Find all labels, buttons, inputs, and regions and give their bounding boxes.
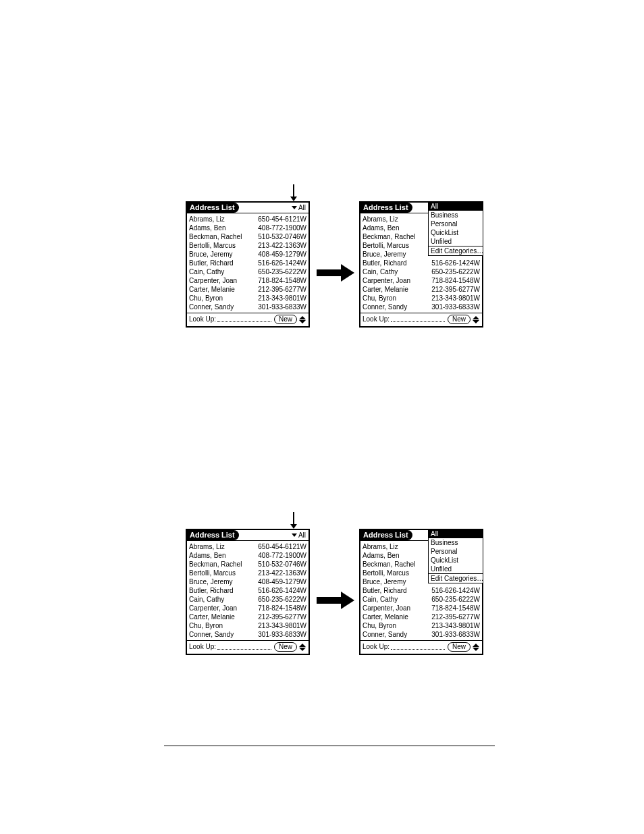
titlebar: Address List All [187, 530, 308, 541]
bottom-bar: Look Up: New [360, 640, 482, 654]
list-item[interactable]: Butler, Richard516-626-1424W [189, 586, 306, 595]
list-item[interactable]: Butler, Richard516-626-1424W [363, 259, 480, 267]
category-item-all[interactable]: All [429, 529, 483, 538]
contact-list: Abrams, Liz650-454-6121W Adams, Ben408-7… [187, 541, 308, 640]
scroll-up-icon [299, 644, 306, 647]
lookup-label: Look Up: [363, 643, 390, 651]
category-popup-menu: All Business Personal QuickList Unfiled … [428, 529, 483, 583]
chevron-down-icon [292, 533, 297, 537]
list-item[interactable]: Conner, Sandy301-933-6833W [189, 303, 306, 311]
bottom-bar: Look Up: New [360, 313, 482, 326]
chevron-down-icon [292, 206, 297, 209]
list-item[interactable]: Butler, Richard516-626-1424W [363, 586, 480, 595]
list-item[interactable]: Chu, Byron213-343-9801W [189, 621, 306, 630]
transition-arrow-icon [317, 265, 356, 280]
list-item[interactable]: Carter, Melanie212-395-6277W [363, 613, 480, 621]
lookup-label: Look Up: [363, 315, 390, 323]
lookup-label: Look Up: [189, 643, 216, 651]
category-trigger[interactable]: All [290, 203, 308, 213]
bottom-bar: Look Up: New [187, 313, 308, 326]
list-item[interactable]: Cain, Cathy650-235-6222W [189, 595, 306, 604]
lookup-label: Look Up: [189, 315, 216, 323]
scroll-arrows[interactable] [298, 644, 306, 651]
category-item-edit[interactable]: Edit Categories… [429, 573, 483, 583]
list-item[interactable]: Beckman, Rachel510-532-0746W [189, 560, 306, 569]
scroll-arrows[interactable] [472, 316, 480, 323]
category-trigger-label: All [298, 531, 306, 540]
list-item[interactable]: Bruce, Jeremy408-459-1279W [189, 577, 306, 586]
category-item-edit[interactable]: Edit Categories… [429, 246, 483, 255]
list-item[interactable]: Adams, Ben408-772-1900W [189, 224, 306, 232]
lookup-input[interactable] [391, 315, 445, 322]
scroll-up-icon [473, 644, 479, 647]
address-list-window-open: Address List All Business Personal Quick… [359, 201, 483, 328]
list-item[interactable]: Carpenter, Joan718-824-1548W [189, 604, 306, 613]
scroll-arrows[interactable] [472, 644, 480, 651]
category-item-personal[interactable]: Personal [429, 547, 483, 556]
list-item[interactable]: Beckman, Rachel510-532-0746W [189, 232, 306, 241]
list-item[interactable]: Butler, Richard516-626-1424W [189, 259, 306, 267]
lookup-input[interactable] [391, 643, 445, 650]
list-item[interactable]: Carpenter, Joan718-824-1548W [363, 276, 480, 285]
category-item-business[interactable]: Business [429, 538, 483, 547]
titlebar: Address List All [187, 203, 308, 213]
list-item[interactable]: Chu, Byron213-343-9801W [363, 621, 480, 630]
list-item[interactable]: Abrams, Liz650-454-6121W [189, 215, 306, 224]
list-item[interactable]: Carter, Melanie212-395-6277W [189, 285, 306, 294]
list-item[interactable]: Carter, Melanie212-395-6277W [189, 613, 306, 621]
list-item[interactable]: Conner, Sandy301-933-6833W [363, 303, 480, 311]
list-item[interactable]: Abrams, Liz650-454-6121W [189, 542, 306, 551]
list-item[interactable]: Adams, Ben408-772-1900W [189, 551, 306, 560]
window-title: Address List [187, 203, 239, 213]
list-item[interactable]: Carpenter, Joan718-824-1548W [189, 276, 306, 285]
category-item-quicklist[interactable]: QuickList [429, 556, 483, 565]
new-button[interactable]: New [448, 642, 471, 652]
horizontal-rule [164, 746, 495, 746]
scroll-down-icon [299, 648, 306, 651]
list-item[interactable]: Cain, Cathy650-235-6222W [363, 267, 480, 276]
category-trigger-label: All [298, 203, 306, 212]
category-popup-menu: All Business Personal QuickList Unfiled … [428, 201, 483, 256]
new-button[interactable]: New [274, 642, 297, 652]
contact-list: Abrams, Liz650-454-6121W Adams, Ben408-7… [187, 213, 308, 313]
category-item-all[interactable]: All [429, 202, 483, 211]
list-item[interactable]: Chu, Byron213-343-9801W [189, 294, 306, 303]
category-trigger[interactable]: All [290, 530, 308, 540]
scroll-up-icon [299, 316, 306, 319]
scroll-down-icon [299, 320, 306, 323]
list-item[interactable]: Carpenter, Joan718-824-1548W [363, 604, 480, 613]
list-item[interactable]: Chu, Byron213-343-9801W [363, 294, 480, 303]
new-button[interactable]: New [274, 315, 297, 324]
scroll-down-icon [473, 648, 479, 651]
category-item-unfiled[interactable]: Unfiled [429, 565, 483, 573]
address-list-window-closed: Address List All Abrams, Liz650-454-6121… [186, 201, 310, 328]
category-item-personal[interactable]: Personal [429, 219, 483, 228]
window-title: Address List [187, 530, 239, 540]
scroll-down-icon [473, 320, 479, 323]
address-list-window-open: Address List All Business Personal Quick… [359, 529, 483, 655]
bottom-bar: Look Up: New [187, 640, 308, 654]
category-item-unfiled[interactable]: Unfiled [429, 237, 483, 246]
list-item[interactable]: Bruce, Jeremy408-459-1279W [189, 250, 306, 259]
list-item[interactable]: Bertolli, Marcus213-422-1363W [189, 241, 306, 250]
category-item-quicklist[interactable]: QuickList [429, 228, 483, 237]
list-item[interactable]: Conner, Sandy301-933-6833W [189, 630, 306, 639]
window-title: Address List [360, 203, 412, 213]
window-title: Address List [360, 530, 412, 540]
scroll-arrows[interactable] [298, 316, 306, 323]
list-item[interactable]: Cain, Cathy650-235-6222W [189, 267, 306, 276]
pointer-to-category-trigger [293, 184, 294, 201]
address-list-window-closed: Address List All Abrams, Liz650-454-6121… [186, 529, 310, 655]
new-button[interactable]: New [448, 315, 471, 324]
lookup-input[interactable] [217, 315, 271, 322]
list-item[interactable]: Carter, Melanie212-395-6277W [363, 285, 480, 294]
lookup-input[interactable] [217, 643, 271, 650]
list-item[interactable]: Cain, Cathy650-235-6222W [363, 595, 480, 604]
transition-arrow-icon [317, 593, 356, 608]
list-item[interactable]: Conner, Sandy301-933-6833W [363, 630, 480, 639]
category-item-business[interactable]: Business [429, 211, 483, 219]
list-item[interactable]: Bertolli, Marcus213-422-1363W [189, 569, 306, 577]
pointer-to-category-trigger [293, 512, 294, 528]
scroll-up-icon [473, 316, 479, 319]
